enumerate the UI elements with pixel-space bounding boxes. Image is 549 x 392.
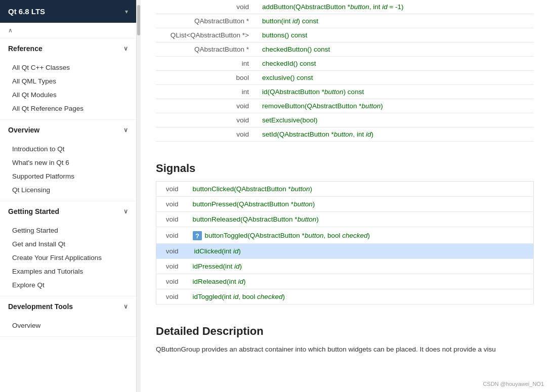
method-link[interactable]: setId [262,130,277,138]
return-type: bool [156,71,257,85]
sidebar-item-all-qt-cpp[interactable]: All Qt C++ Classes [0,61,136,74]
signal-icon: ? [193,231,202,240]
method-link[interactable]: removeButton [262,102,305,110]
sidebar-item-dev-tools-overview[interactable]: Overview [0,319,136,332]
table-row: void addButton(QAbstractButton *button, … [156,0,534,14]
watermark: CSDN @houyawei_NO1 [483,381,544,387]
signal-return-type: void [156,289,187,304]
signal-link[interactable]: idPressed [193,263,223,270]
method-link[interactable]: checkedId [262,60,293,67]
method-link[interactable]: checkedButton [262,46,307,53]
signal-link[interactable]: buttonClicked [193,185,234,193]
table-row: void buttonReleased(QAbstractButton *but… [156,212,534,227]
overview-section-header[interactable]: Overview ∨ [0,120,136,140]
sidebar-collapse-button[interactable]: ∧ [0,23,136,38]
return-type: void [156,127,257,142]
signal-return-type: void [156,244,187,259]
reference-items: All Qt C++ Classes All QML Types All Qt … [0,59,136,119]
signal-return-type: void [156,227,187,244]
return-type: int [156,57,257,71]
getting-started-items: Getting Started Get and Install Qt Creat… [0,222,136,296]
signal-sig: idToggled(int id, bool checked) [187,289,534,304]
sidebar-item-all-qml[interactable]: All QML Types [0,74,136,88]
sidebar: Qt 6.8 LTS ▾ ∧ Reference ∨ All Qt C++ Cl… [0,0,137,392]
signal-link[interactable]: idToggled [193,293,222,300]
table-row: QAbstractButton * checkedButton() const [156,42,534,57]
svg-text:?: ? [195,232,199,240]
nav-section-dev-tools: Development Tools ∨ Overview [0,296,136,337]
collapse-up-icon: ∧ [8,27,13,34]
signal-link[interactable]: buttonReleased [193,215,241,223]
nav-section-reference: Reference ∨ All Qt C++ Classes All QML T… [0,38,136,120]
sidebar-item-get-install[interactable]: Get and Install Qt [0,237,136,251]
overview-chevron-down-icon: ∨ [123,126,128,134]
sidebar-item-explore-qt[interactable]: Explore Qt [0,278,136,292]
table-row: void removeButton(QAbstractButton *butto… [156,99,534,113]
signal-sig: buttonClicked(QAbstractButton *button) [187,182,534,197]
overview-items: Introduction to Qt What's new in Qt 6 Su… [0,140,136,201]
scrollbar-thumb [137,5,140,35]
version-chevron-down-icon: ▾ [125,8,128,15]
method-sig: exclusive() const [257,71,534,85]
detailed-description-text: QButtonGroup provides an abstract contai… [156,344,534,355]
signal-link[interactable]: idClicked [194,247,222,255]
table-row: int id(QAbstractButton *button) const [156,85,534,99]
return-type: QAbstractButton * [156,14,257,28]
version-label: Qt 6.8 LTS [8,7,45,16]
reference-section-header[interactable]: Reference ∨ [0,38,136,59]
method-sig: button(int id) const [257,14,534,28]
method-link[interactable]: exclusive [262,74,290,81]
table-row: void idToggled(int id, bool checked) [156,289,534,304]
method-link[interactable]: setExclusive [262,116,300,124]
sidebar-item-getting-started[interactable]: Getting Started [0,224,136,237]
dev-tools-section-label: Development Tools [8,302,73,311]
signal-return-type: void [156,259,187,274]
signals-heading: Signals [156,157,534,175]
table-row: void idPressed(int id) [156,259,534,274]
method-sig: id(QAbstractButton *button) const [257,85,534,99]
method-sig: checkedId() const [257,57,534,71]
signal-link[interactable]: buttonToggled [205,232,248,239]
sidebar-item-examples-tutorials[interactable]: Examples and Tutorials [0,265,136,278]
return-type: void [156,99,257,113]
method-sig: removeButton(QAbstractButton *button) [257,99,534,113]
dev-tools-chevron-down-icon: ∨ [123,303,128,310]
signal-return-type: void [156,182,187,197]
table-row: int checkedId() const [156,57,534,71]
signal-link[interactable]: idReleased [193,278,227,285]
dev-tools-items: Overview [0,317,136,336]
method-link[interactable]: id [262,88,268,96]
sidebar-scrollbar[interactable] [137,0,141,392]
method-link[interactable]: button [262,17,281,25]
getting-started-section-header[interactable]: Getting Started ∨ [0,201,136,222]
sidebar-item-intro-qt[interactable]: Introduction to Qt [0,142,136,156]
sidebar-item-qt-licensing[interactable]: Qt Licensing [0,183,136,197]
main-content: void addButton(QAbstractButton *button, … [141,0,549,392]
sidebar-item-all-qt-reference[interactable]: All Qt Reference Pages [0,102,136,115]
method-link[interactable]: buttons [262,31,284,39]
reference-chevron-down-icon: ∨ [123,45,128,52]
return-type: QList<QAbstractButton *> [156,28,257,42]
sidebar-item-create-first-apps[interactable]: Create Your First Applications [0,251,136,265]
method-sig: addButton(QAbstractButton *button, int i… [257,0,534,14]
dev-tools-section-header[interactable]: Development Tools ∨ [0,296,136,317]
method-link[interactable]: addButton [262,3,293,11]
nav-section-overview: Overview ∨ Introduction to Qt What's new… [0,120,136,201]
sidebar-item-supported-platforms[interactable]: Supported Platforms [0,169,136,183]
signal-link[interactable]: buttonPressed [193,200,237,208]
return-type: void [156,0,257,14]
signal-return-type: void [156,274,187,289]
getting-started-chevron-down-icon: ∨ [123,208,128,215]
method-sig: setId(QAbstractButton *button, int id) [257,127,534,142]
method-sig: buttons() const [257,28,534,42]
version-selector[interactable]: Qt 6.8 LTS ▾ [0,0,136,23]
method-sig: checkedButton() const [257,42,534,57]
sidebar-item-all-qt-modules[interactable]: All Qt Modules [0,88,136,102]
table-row: void setExclusive(bool) [156,113,534,127]
signal-sig: buttonReleased(QAbstractButton *button) [187,212,534,227]
table-row: void buttonClicked(QAbstractButton *butt… [156,182,534,197]
sidebar-item-whats-new[interactable]: What's new in Qt 6 [0,156,136,169]
signal-sig: idPressed(int id) [187,259,534,274]
getting-started-section-label: Getting Started [8,207,59,215]
method-sig: setExclusive(bool) [257,113,534,127]
